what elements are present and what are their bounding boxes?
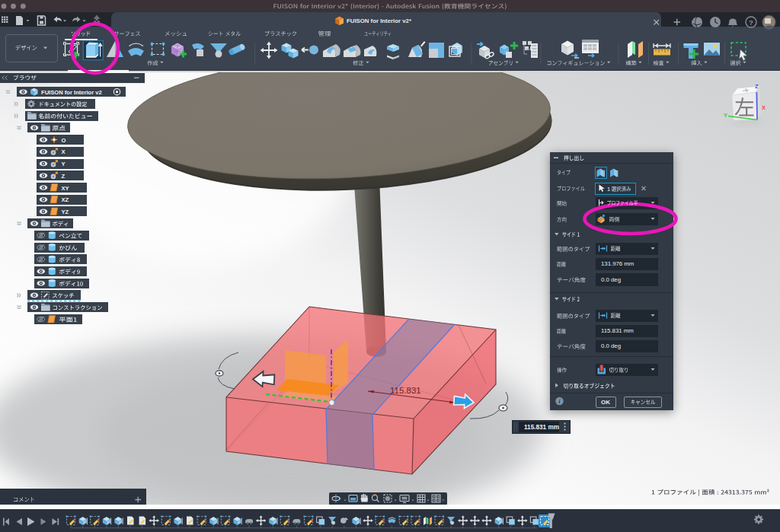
svg-text:?: ? <box>749 18 753 27</box>
